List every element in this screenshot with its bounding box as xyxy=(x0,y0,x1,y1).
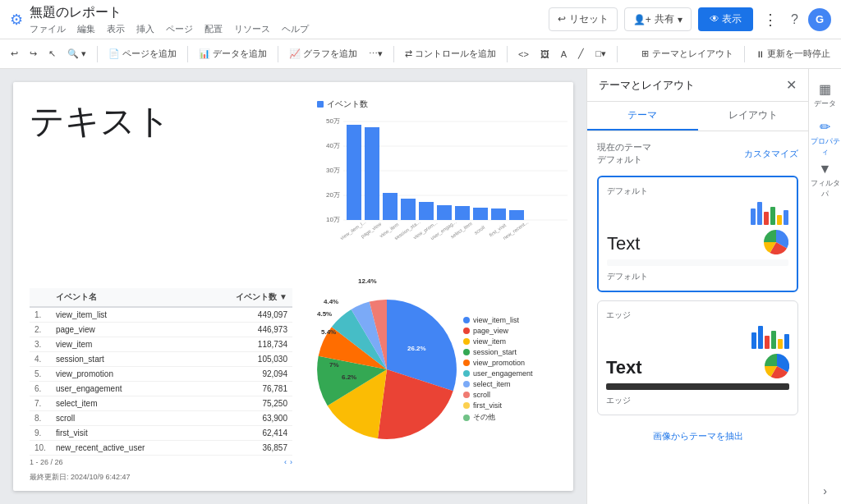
next-page-button[interactable]: › xyxy=(290,458,292,466)
legend-item-5: view_promotion xyxy=(463,359,533,367)
image-button[interactable]: 🖼 xyxy=(536,47,554,62)
menu-file[interactable]: ファイル xyxy=(30,23,66,35)
mini-bar-3 xyxy=(764,212,769,225)
title-area: ⚙ 無題のレポート ファイル 編集 表示 挿入 ページ 配置 リソース ヘルプ xyxy=(10,4,309,35)
avatar[interactable]: G xyxy=(808,8,831,31)
share-button[interactable]: 👤+ 共有 ▾ xyxy=(624,7,692,31)
panel-title: テーマとレイアウト xyxy=(599,78,695,93)
row-num: 5. xyxy=(30,367,51,382)
svg-rect-13 xyxy=(401,199,416,220)
customize-button[interactable]: カスタマイズ xyxy=(744,148,798,160)
text-button[interactable]: A xyxy=(557,47,571,62)
add-page-button[interactable]: 📄 ページを追加 xyxy=(104,45,181,62)
legend-item-6: user_engagement xyxy=(463,369,533,378)
theme-default-text: Text xyxy=(607,233,640,254)
menu-resources[interactable]: リソース xyxy=(234,23,270,35)
expand-icon[interactable]: › xyxy=(823,484,827,497)
toolbar-separator-6 xyxy=(617,46,618,62)
theme-layout-button[interactable]: ⊞ テーマとレイアウト xyxy=(637,45,738,62)
legend-dot-7 xyxy=(463,381,470,387)
reset-button[interactable]: ↩ リセット xyxy=(549,7,617,31)
prev-page-button[interactable]: ‹ xyxy=(284,458,287,466)
mini-bar-e2 xyxy=(758,326,763,349)
legend-dot-1 xyxy=(463,317,470,323)
menu-edit[interactable]: 編集 xyxy=(77,23,95,35)
help-button[interactable]: ? xyxy=(788,9,802,30)
legend-item-2: page_view xyxy=(463,327,533,335)
properties-icon-side: ✏ xyxy=(820,119,830,135)
menu-layout[interactable]: 配置 xyxy=(205,23,223,35)
legend-dot-9 xyxy=(463,402,470,409)
add-data-button[interactable]: 📊 データを追加 xyxy=(195,45,271,62)
more-options-button[interactable]: ⋮ xyxy=(760,7,781,32)
legend-dot-2 xyxy=(463,328,470,334)
more-graph-button[interactable]: ⋯▾ xyxy=(365,46,387,62)
toolbar-separator-7 xyxy=(744,46,745,62)
legend-item-1: view_item_list xyxy=(463,316,533,324)
share-dropdown-icon: ▾ xyxy=(678,14,682,25)
add-control-button[interactable]: ⇄ コントロールを追加 xyxy=(401,45,500,62)
row-num: 9. xyxy=(30,426,51,441)
pie-label-5: 6.2% xyxy=(342,373,356,381)
pie-label-8: 4.4% xyxy=(324,298,338,305)
svg-text:30万: 30万 xyxy=(326,167,340,174)
redo-button[interactable]: ↪ xyxy=(25,46,41,62)
mini-bar-2 xyxy=(757,202,762,225)
mini-bar-6 xyxy=(784,210,788,225)
select-tool-button[interactable]: ↖ xyxy=(44,46,60,62)
code-embed-button[interactable]: <> xyxy=(514,47,533,62)
pie-label-6: 5.4% xyxy=(321,328,336,336)
event-name: new_recent_active_user xyxy=(51,441,200,456)
panel-content: 現在のテーマ デフォルト カスタマイズ デフォルト Text xyxy=(587,131,808,504)
pie-label-4: 7% xyxy=(329,361,339,369)
share-icon: 👤+ xyxy=(633,14,651,25)
mini-bar-e4 xyxy=(771,331,776,349)
col-num-header xyxy=(30,288,51,307)
current-theme-name: デフォルト xyxy=(597,153,651,166)
col-event-name-header[interactable]: イベント名 xyxy=(51,288,200,307)
table-row: 5.view_promotion92,094 xyxy=(30,367,292,382)
event-count: 63,900 xyxy=(200,411,292,426)
event-name: view_promotion xyxy=(51,367,200,382)
mini-bar-chart xyxy=(751,200,788,225)
row-num: 7. xyxy=(30,396,51,411)
col-event-count-header[interactable]: イベント数 ▼ xyxy=(200,288,292,307)
event-count: 76,781 xyxy=(200,382,292,396)
menu-view[interactable]: 表示 xyxy=(107,23,125,35)
mini-bar-e6 xyxy=(784,334,789,349)
theme-default-label: デフォルト xyxy=(607,186,788,197)
side-properties-button[interactable]: ✏ プロパティ xyxy=(811,118,840,158)
menu-help[interactable]: ヘルプ xyxy=(282,23,309,35)
row-num: 6. xyxy=(30,382,51,396)
side-expand-button[interactable]: › xyxy=(823,484,827,504)
line-button[interactable]: ╱ xyxy=(574,46,588,62)
shape-button[interactable]: □▾ xyxy=(591,46,610,62)
menu-page[interactable]: ページ xyxy=(166,23,193,35)
undo-button[interactable]: ↩ xyxy=(7,46,22,62)
theme-edge-label: エッジ xyxy=(606,309,789,321)
table-row: 9.first_visit62,414 xyxy=(30,426,292,441)
side-data-button[interactable]: ▦ データ xyxy=(811,76,840,115)
table-row: 8.scroll63,900 xyxy=(30,411,292,426)
menu-insert[interactable]: 挿入 xyxy=(136,23,154,35)
extract-theme-button[interactable]: 画像からテーマを抽出 xyxy=(597,424,798,449)
svg-text:40万: 40万 xyxy=(326,142,340,149)
data-icon-side: ▦ xyxy=(819,81,831,97)
theme-card-edge[interactable]: エッジ Text xyxy=(597,300,798,415)
theme-card-default[interactable]: デフォルト Text xyxy=(597,176,798,292)
side-filter-button[interactable]: ▼ フィルタパ xyxy=(811,161,840,200)
event-name: scroll xyxy=(51,411,200,426)
tab-layout[interactable]: レイアウト xyxy=(698,102,809,131)
zoom-icon: 🔍 xyxy=(67,48,79,59)
tab-theme[interactable]: テーマ xyxy=(587,102,698,131)
right-panel: テーマとレイアウト ✕ テーマ レイアウト 現在のテーマ デフォルト カスタマイ… xyxy=(586,69,808,504)
event-count: 36,857 xyxy=(200,441,292,456)
mini-bar-e5 xyxy=(778,339,783,349)
view-button[interactable]: 👁 表示 xyxy=(698,7,753,31)
add-graph-button[interactable]: 📈 グラフを追加 xyxy=(285,45,361,62)
zoom-button[interactable]: 🔍▾ xyxy=(63,46,90,62)
svg-rect-10 xyxy=(347,125,361,220)
pause-update-button[interactable]: ⏸ 更新を一時停止 xyxy=(751,45,834,62)
graph-icon: 📈 xyxy=(289,48,301,59)
panel-close-button[interactable]: ✕ xyxy=(786,77,797,93)
